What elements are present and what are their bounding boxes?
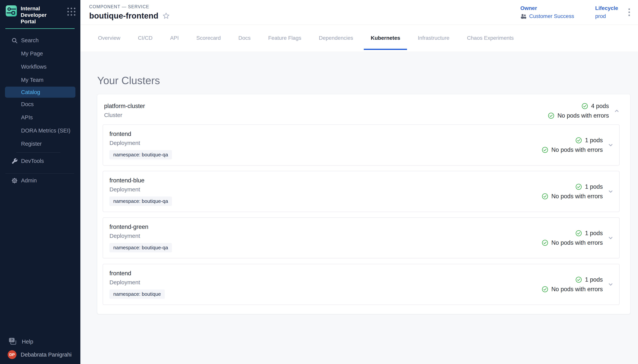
sidebar-item-workflows[interactable]: Workflows bbox=[0, 60, 80, 74]
pods-stat: 1 pods bbox=[575, 183, 603, 190]
deployment-row[interactable]: frontend-blue Deployment namespace: bout… bbox=[103, 171, 620, 212]
check-circle-icon bbox=[575, 230, 582, 236]
user-name: Debabrata Panigrahi bbox=[21, 352, 72, 358]
chevron-down-icon[interactable] bbox=[608, 235, 613, 241]
tab-scorecard[interactable]: Scorecard bbox=[188, 25, 230, 52]
kebab-menu-icon[interactable] bbox=[626, 6, 633, 18]
entity-meta: Owner Customer Success Lifecycle prod bbox=[520, 5, 634, 19]
sidebar-item-label: APIs bbox=[21, 114, 33, 121]
cluster-name: platform-cluster bbox=[104, 103, 145, 110]
cluster-kind: Cluster bbox=[104, 112, 145, 118]
sidebar: Internal Developer Portal Search My Page… bbox=[0, 0, 80, 364]
app-logo-icon bbox=[6, 5, 17, 16]
pods-count: 1 pods bbox=[585, 137, 603, 144]
chevron-up-icon[interactable] bbox=[614, 108, 620, 114]
errors-stat: No pods with errors bbox=[542, 146, 603, 153]
sidebar-item-search[interactable]: Search bbox=[0, 34, 80, 47]
namespace-chip: namespace: boutique-qa bbox=[109, 150, 172, 160]
tab-overview[interactable]: Overview bbox=[89, 25, 129, 52]
section-heading: Your Clusters bbox=[97, 74, 630, 86]
help-chat-icon: ? bbox=[9, 337, 22, 346]
cluster-stats: 4 pods No pods with errors bbox=[548, 103, 609, 119]
cluster-header[interactable]: platform-cluster Cluster 4 pods N bbox=[103, 103, 620, 119]
deployment-stats: 1 pods No pods with errors bbox=[542, 230, 603, 246]
star-icon[interactable] bbox=[162, 12, 170, 20]
sidebar-header: Internal Developer Portal bbox=[0, 0, 80, 28]
page-title: boutique-frontend bbox=[89, 11, 158, 20]
sidebar-item-label: Catalog bbox=[21, 89, 40, 96]
sidebar-item-label: DevTools bbox=[21, 158, 44, 164]
chevron-down-icon[interactable] bbox=[608, 142, 613, 148]
pods-count: 4 pods bbox=[591, 103, 609, 110]
errors-stat: No pods with errors bbox=[548, 112, 609, 119]
errors-stat: No pods with errors bbox=[542, 193, 603, 200]
deployment-stats: 1 pods No pods with errors bbox=[542, 276, 603, 293]
help-button[interactable]: ? Help bbox=[0, 335, 80, 348]
owner-link[interactable]: Customer Success bbox=[520, 13, 574, 19]
sidebar-footer: ? Help DP Debabrata Panigrahi bbox=[0, 335, 80, 364]
errors-stat: No pods with errors bbox=[542, 239, 603, 246]
check-circle-icon bbox=[542, 240, 548, 246]
sidebar-item-apis[interactable]: APIs bbox=[0, 111, 80, 124]
sidebar-item-admin[interactable]: Admin bbox=[0, 174, 80, 187]
svg-text:?: ? bbox=[11, 338, 13, 342]
pods-stat: 1 pods bbox=[575, 230, 603, 237]
sidebar-item-label: Register bbox=[21, 141, 42, 147]
deployment-info: frontend Deployment namespace: boutique-… bbox=[109, 130, 172, 160]
sidebar-item-my-page[interactable]: My Page bbox=[0, 47, 80, 60]
user-menu[interactable]: DP Debabrata Panigrahi bbox=[0, 348, 80, 361]
pods-count: 1 pods bbox=[585, 230, 603, 237]
sidebar-item-label: My Page bbox=[21, 50, 43, 57]
sidebar-divider bbox=[16, 152, 60, 152]
deployment-name: frontend bbox=[109, 270, 165, 277]
tab-ci-cd[interactable]: CI/CD bbox=[129, 25, 161, 52]
check-circle-icon bbox=[575, 276, 582, 283]
sidebar-item-label: My Team bbox=[21, 77, 44, 83]
sidebar-item-my-team[interactable]: My Team bbox=[0, 74, 80, 86]
errors-text: No pods with errors bbox=[557, 112, 609, 119]
search-icon bbox=[11, 37, 18, 44]
chevron-down-icon[interactable] bbox=[608, 282, 613, 287]
errors-text: No pods with errors bbox=[551, 193, 603, 200]
sidebar-item-dora-metrics[interactable]: DORA Metrics (SEI) bbox=[0, 124, 80, 137]
tab-api[interactable]: API bbox=[161, 25, 188, 52]
deployment-info: frontend Deployment namespace: boutique bbox=[109, 270, 165, 299]
deployment-info: frontend-green Deployment namespace: bou… bbox=[109, 224, 172, 252]
tab-kubernetes[interactable]: Kubernetes bbox=[362, 25, 409, 52]
tab-chaos-experiments[interactable]: Chaos Experiments bbox=[458, 25, 522, 52]
tab-dependencies[interactable]: Dependencies bbox=[310, 25, 362, 52]
sidebar-item-label: Workflows bbox=[21, 64, 47, 70]
tab-docs[interactable]: Docs bbox=[230, 25, 259, 52]
sidebar-item-label: Admin bbox=[21, 178, 37, 184]
deployment-name: frontend-blue bbox=[109, 177, 172, 184]
check-circle-icon bbox=[548, 112, 554, 119]
entity-header-left: COMPONENT — SERVICE boutique-frontend bbox=[89, 4, 170, 20]
deployment-name: frontend bbox=[109, 130, 172, 138]
errors-text: No pods with errors bbox=[551, 286, 603, 293]
sidebar-item-catalog[interactable]: Catalog bbox=[5, 86, 75, 98]
owner-value: Customer Success bbox=[529, 13, 574, 19]
check-circle-icon bbox=[542, 147, 548, 153]
errors-text: No pods with errors bbox=[551, 146, 603, 153]
deployment-kind: Deployment bbox=[109, 233, 172, 239]
sidebar-item-devtools[interactable]: DevTools bbox=[0, 154, 80, 168]
deployment-row[interactable]: frontend Deployment namespace: boutique … bbox=[103, 264, 620, 305]
sidebar-item-register[interactable]: Register bbox=[0, 137, 80, 150]
namespace-chip: namespace: boutique-qa bbox=[109, 243, 172, 252]
tab-feature-flags[interactable]: Feature Flags bbox=[259, 25, 310, 52]
pods-stat: 4 pods bbox=[581, 103, 609, 110]
lifecycle-group: Lifecycle prod bbox=[595, 5, 618, 19]
people-icon bbox=[520, 14, 527, 19]
chevron-down-icon[interactable] bbox=[608, 189, 613, 194]
check-circle-icon bbox=[581, 103, 588, 109]
sidebar-item-label: Docs bbox=[21, 101, 34, 108]
sidebar-item-docs[interactable]: Docs bbox=[0, 98, 80, 111]
sidebar-item-label: DORA Metrics (SEI) bbox=[21, 128, 70, 134]
deployment-row[interactable]: frontend Deployment namespace: boutique-… bbox=[103, 124, 620, 166]
entity-tabs: Overview CI/CD API Scorecard Docs Featur… bbox=[80, 25, 638, 52]
check-circle-icon bbox=[575, 137, 582, 144]
apps-grid-icon[interactable] bbox=[67, 8, 75, 16]
owner-group: Owner Customer Success bbox=[520, 5, 574, 19]
tab-infrastructure[interactable]: Infrastructure bbox=[409, 25, 458, 52]
deployment-row[interactable]: frontend-green Deployment namespace: bou… bbox=[103, 217, 620, 258]
